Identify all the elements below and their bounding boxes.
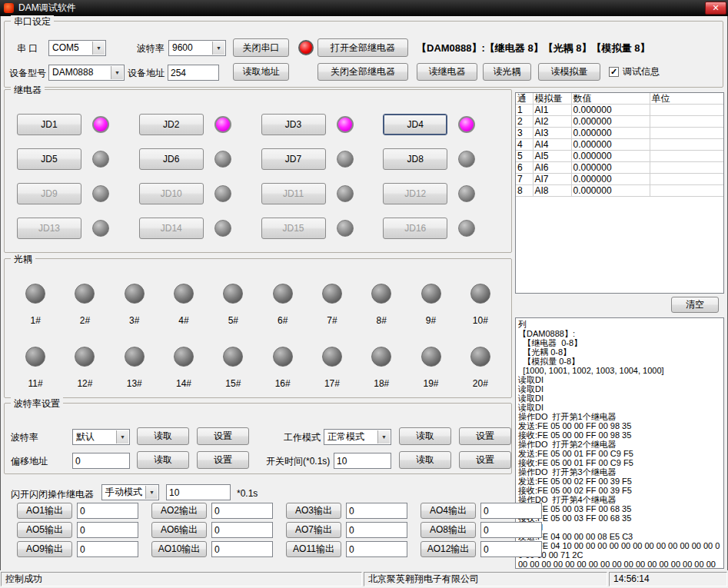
serial-port-select[interactable]: COM5 ▼ <box>48 40 106 56</box>
work-mode-set-button[interactable]: 设置 <box>459 427 511 445</box>
baud-read-button[interactable]: 读取 <box>137 427 189 445</box>
ao3-output-input[interactable] <box>346 503 407 519</box>
opto-label: 14# <box>176 378 191 389</box>
opto-label: 2# <box>80 315 90 326</box>
table-row: 2 AI2 0.000000 <box>516 116 723 128</box>
work-mode-read-button[interactable]: 读取 <box>399 427 451 445</box>
ao12-output-input[interactable] <box>480 541 542 557</box>
ao10-output-input[interactable] <box>211 541 273 557</box>
debug-info-checkbox[interactable]: ✓ <box>609 67 619 77</box>
chevron-down-icon[interactable]: ▼ <box>377 430 390 443</box>
chevron-down-icon[interactable]: ▼ <box>212 42 224 55</box>
relay-button-jd15[interactable]: JD15 <box>261 218 326 239</box>
opto-led-2 <box>75 284 95 304</box>
close-icon[interactable]: ✕ <box>705 2 726 15</box>
opto-label: 7# <box>327 315 337 326</box>
ao11-output-button[interactable]: AO11输出 <box>286 541 341 557</box>
ao10-output-button[interactable]: AO10输出 <box>151 541 207 557</box>
switch-time-set-button[interactable]: 设置 <box>459 451 511 469</box>
ao5-output-input[interactable] <box>77 522 138 538</box>
ao1-output-button[interactable]: AO1输出 <box>17 503 72 519</box>
offset-read-button[interactable]: 读取 <box>137 451 189 469</box>
ao7-output-input[interactable] <box>346 522 407 538</box>
relay-button-jd4[interactable]: JD4 <box>383 114 447 135</box>
ao12-output-button[interactable]: AO12输出 <box>421 541 476 557</box>
relay-led-jd16 <box>458 220 475 237</box>
relay-button-jd10[interactable]: JD10 <box>139 183 204 204</box>
cell-name: AI4 <box>533 139 571 151</box>
cell-ch: 2 <box>516 116 533 128</box>
relay-button-jd14[interactable]: JD14 <box>139 218 204 239</box>
flash-time-input[interactable] <box>166 484 231 500</box>
ao7-output-button[interactable]: AO7输出 <box>286 522 341 538</box>
ao8-output-input[interactable] <box>480 522 542 538</box>
close-all-relays-button[interactable]: 关闭全部继电器 <box>317 63 408 81</box>
offset-address-input[interactable] <box>72 453 130 469</box>
relay-group: 继电器 JD1 JD2 JD3 JD4 JD5 JD6 JD7 <box>4 89 512 253</box>
opto-cell: 9# <box>406 271 455 334</box>
relay-button-jd1[interactable]: JD1 <box>17 114 81 135</box>
serial-group-title: 串口设定 <box>11 15 54 28</box>
ao5-output-button[interactable]: AO5输出 <box>17 522 72 538</box>
read-address-button[interactable]: 读取地址 <box>233 63 289 81</box>
relay-button-jd3[interactable]: JD3 <box>261 114 326 135</box>
ao9-output-input[interactable] <box>77 541 138 557</box>
cell-value: 0.000000 <box>571 174 650 185</box>
device-model-select[interactable]: DAM0888 ▼ <box>48 65 125 81</box>
relay-button-jd6[interactable]: JD6 <box>139 148 204 170</box>
debug-log[interactable]: 列 【DAM0888】: 【继电器 0-8】 【光耦 0-8】 【模拟量 0-8… <box>515 317 724 569</box>
opto-led-19 <box>421 347 441 367</box>
read-opto-button[interactable]: 读光耦 <box>483 63 531 81</box>
chevron-down-icon[interactable]: ▼ <box>116 430 128 443</box>
relay-button-jd11[interactable]: JD11 <box>261 183 326 204</box>
relay-led-jd8 <box>458 151 475 168</box>
relay-button-jd16[interactable]: JD16 <box>383 218 447 239</box>
opto-label: 11# <box>28 378 43 389</box>
read-analog-button[interactable]: 读模拟量 <box>538 63 600 81</box>
offset-set-button[interactable]: 设置 <box>197 451 249 469</box>
ao2-output-button[interactable]: AO2输出 <box>151 503 207 519</box>
relay-button-jd12[interactable]: JD12 <box>383 183 447 204</box>
ao2-output-input[interactable] <box>211 503 273 519</box>
clear-button[interactable]: 清空 <box>671 297 719 313</box>
relay-button-jd8[interactable]: JD8 <box>383 148 447 170</box>
switch-time-input[interactable] <box>334 453 391 469</box>
chevron-down-icon[interactable]: ▼ <box>111 66 123 79</box>
work-mode-select[interactable]: 正常模式 ▼ <box>324 429 391 445</box>
cell-unit <box>650 151 723 162</box>
opto-label: 5# <box>228 315 238 326</box>
relay-cell: JD7 <box>261 141 384 176</box>
read-relay-button[interactable]: 读继电器 <box>417 63 477 81</box>
open-all-relays-button[interactable]: 打开全部继电器 <box>317 38 408 57</box>
opto-led-9 <box>421 284 441 304</box>
opto-label: 3# <box>129 315 139 326</box>
ao6-output-button[interactable]: AO6输出 <box>151 522 207 538</box>
baud-setting-select[interactable]: 默认 ▼ <box>72 429 130 445</box>
device-address-input[interactable] <box>168 65 219 81</box>
ao4-output-input[interactable] <box>480 503 542 519</box>
chevron-down-icon[interactable]: ▼ <box>145 486 158 499</box>
baud-set-button[interactable]: 设置 <box>197 427 249 445</box>
ao8-output-button[interactable]: AO8输出 <box>421 522 476 538</box>
relay-button-jd7[interactable]: JD7 <box>261 148 326 170</box>
ao9-output-button[interactable]: AO9输出 <box>17 541 72 557</box>
ao1-output-input[interactable] <box>77 503 138 519</box>
ao3-output-button[interactable]: AO3输出 <box>286 503 341 519</box>
cell-name: AI6 <box>533 162 571 174</box>
close-serial-button[interactable]: 关闭串口 <box>233 38 289 57</box>
ao6-output-input[interactable] <box>211 522 273 538</box>
flash-mode-select[interactable]: 手动模式 ▼ <box>101 484 159 500</box>
switch-time-read-button[interactable]: 读取 <box>399 451 451 469</box>
chevron-down-icon[interactable]: ▼ <box>92 42 105 55</box>
ao11-output-input[interactable] <box>346 541 407 557</box>
relay-button-jd9[interactable]: JD9 <box>17 183 81 204</box>
relay-button-jd13[interactable]: JD13 <box>17 218 81 239</box>
relay-button-jd2[interactable]: JD2 <box>139 114 204 135</box>
baud-rate-select[interactable]: 9600 ▼ <box>168 40 226 56</box>
relay-led-jd15 <box>337 220 354 237</box>
ao-cell: AO7输出 <box>273 522 407 538</box>
status-message: 控制成功 <box>1 572 362 586</box>
relay-led-jd13 <box>92 220 109 237</box>
relay-button-jd5[interactable]: JD5 <box>17 148 81 170</box>
ao4-output-button[interactable]: AO4输出 <box>421 503 476 519</box>
